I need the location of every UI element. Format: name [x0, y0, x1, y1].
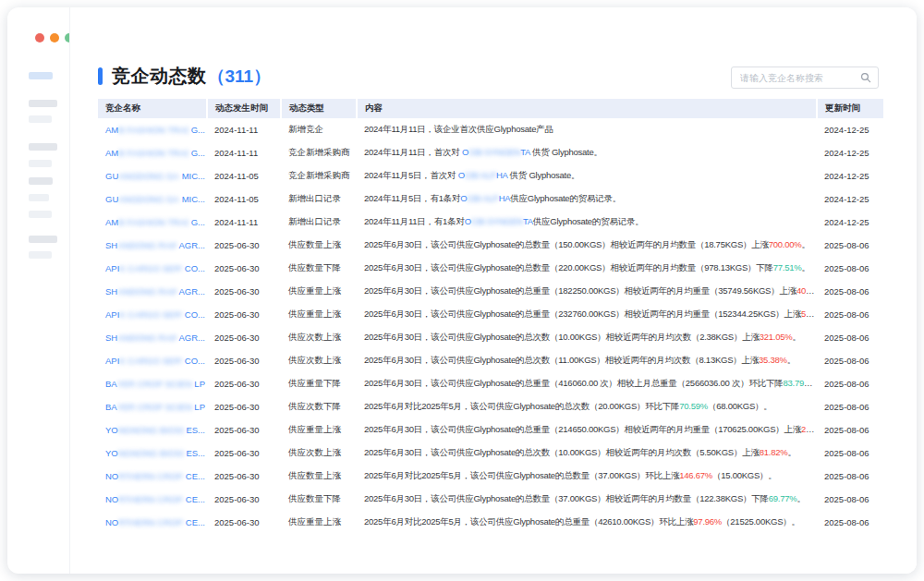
content-segment[interactable]: HA — [499, 193, 511, 203]
content-segment: 25.80% — [801, 424, 817, 434]
sidebar-item[interactable] — [29, 100, 57, 107]
page-header: 竞企动态数 （311） — [98, 64, 271, 89]
name-prefix: SH — [105, 240, 117, 250]
update-date-cell: 2025-08-06 — [817, 442, 883, 465]
name-blurred: ANGDONG GALANZ — [118, 194, 179, 204]
update-date-cell: 2025-08-06 — [817, 257, 883, 280]
sidebar-item[interactable] — [29, 211, 52, 218]
sidebar-item[interactable] — [29, 160, 52, 167]
name-blurred: B FASHION TRADING — [118, 125, 188, 135]
name-suffix: CO... — [182, 263, 205, 273]
company-name-cell: BAYER CROP SCIENCE LP — [98, 372, 207, 395]
company-name-cell: SHANDONG RAINBOW AGR... — [98, 280, 207, 303]
content-segment: 97.96% — [693, 516, 722, 527]
content-segment: 2025年6月30日，该公司供应Glyphosate的总数量（220.00KGS… — [364, 262, 773, 272]
content-segment: 2025年6月30日，该公司供应Glyphosate的总重量（214650.00… — [364, 424, 801, 434]
content-segment: 700.00% — [769, 239, 802, 249]
name-suffix: LP — [192, 379, 205, 389]
event-date-cell: 2025-06-30 — [207, 349, 281, 372]
title-accent-bar — [98, 67, 103, 85]
name-suffix: ES... — [184, 425, 205, 435]
company-name-link[interactable]: GUANGDONG GALANZ MIC... — [105, 171, 205, 181]
table-header-row: 竞企名称动态发生时间动态类型内容更新时间 — [98, 99, 883, 118]
name-prefix: AM — [105, 148, 118, 158]
event-date-cell: 2025-06-30 — [207, 395, 281, 418]
name-blurred: NGNONG BIOSCIEN — [118, 448, 184, 458]
content-segment[interactable]: CBI SYNGEN — [471, 216, 523, 226]
sidebar-item[interactable] — [29, 236, 57, 243]
company-name-link[interactable]: AMB FASHION TRADING G... — [105, 148, 205, 158]
name-suffix: AGR... — [176, 240, 205, 250]
event-type-cell: 供应重量上涨 — [281, 511, 357, 534]
content-cell: 2024年11月11日，有1条对OCBI SYNGENTA供应Glyphosat… — [357, 211, 817, 234]
sidebar-item[interactable] — [29, 177, 53, 185]
company-name-link[interactable]: NORTHERN CROP SCIEN CE... — [105, 494, 205, 504]
name-prefix: API — [105, 309, 119, 320]
company-name-link[interactable]: APIK CARGO SERVICE CO... — [105, 263, 205, 273]
content-segment[interactable]: TA — [523, 216, 533, 226]
name-prefix: YO — [105, 448, 118, 458]
company-name-link[interactable]: BAYER CROP SCIENCE LP — [105, 402, 205, 412]
company-name-link[interactable]: SHANDONG RAINBOW AGR... — [105, 240, 205, 250]
sidebar-item[interactable] — [29, 194, 49, 201]
content-segment[interactable]: TA — [520, 147, 529, 157]
name-blurred: NGNONG BIOSCIEN — [118, 425, 184, 435]
sidebar-item[interactable] — [29, 115, 52, 123]
company-name-link[interactable]: NORTHERN CROP SCIEN CE... — [105, 471, 205, 481]
company-name-link[interactable]: AMB FASHION TRADING G... — [105, 217, 205, 227]
name-blurred: RTHERN CROP SCIEN — [118, 517, 183, 527]
content-cell: 2025年6月30日，该公司供应Glyphosate的总重量（232760.00… — [357, 303, 817, 326]
company-name-link[interactable]: APIK CARGO SERVICE CO... — [105, 356, 205, 366]
content-segment[interactable]: CBI ALP — [467, 193, 498, 203]
company-name-link[interactable]: BAYER CROP SCIENCE LP — [105, 379, 205, 389]
content-segment: 2025年6月对比2025年5月，该公司供应Glyphosate的总次数（20.… — [364, 401, 679, 411]
company-name-link[interactable]: AMB FASHION TRADING G... — [105, 125, 205, 135]
name-blurred: B FASHION TRADING — [118, 217, 188, 227]
name-blurred: RTHERN CROP SCIEN — [118, 471, 183, 481]
content-segment: 。 — [787, 447, 796, 457]
company-name-link[interactable]: APIK CARGO SERVICE CO... — [105, 309, 205, 320]
table-row: SHANDONG RAINBOW AGR...2025-06-30供应次数上涨2… — [98, 326, 883, 349]
company-name-link[interactable]: GUANGDONG GALANZ MIC... — [105, 194, 205, 204]
content-segment: 2024年11月11日，该企业首次供应Glyphosate产品 — [364, 124, 553, 134]
update-date-cell: 2025-08-06 — [817, 465, 883, 488]
content-segment[interactable]: CBI SYNGEN — [468, 147, 520, 157]
company-name-link[interactable]: YONGNONG BIOSCIEN ES... — [105, 448, 205, 458]
company-name-cell: SHANDONG RAINBOW AGR... — [98, 326, 207, 349]
company-name-link[interactable]: SHANDONG RAINBOW AGR... — [105, 286, 205, 297]
content-segment: 83.79% — [783, 378, 812, 388]
table-row: APIK CARGO SERVICE CO...2025-06-30供应数量下降… — [98, 257, 883, 280]
event-date-cell: 2025-06-30 — [207, 280, 281, 303]
sidebar-item[interactable] — [29, 143, 57, 151]
company-name-link[interactable]: SHANDONG RAINBOW AGR... — [105, 333, 205, 343]
content-segment[interactable]: O — [465, 216, 471, 226]
sidebar-item[interactable] — [29, 251, 52, 259]
sidebar-item[interactable] — [29, 72, 53, 79]
content-segment[interactable]: HA — [496, 170, 507, 180]
event-date-cell: 2024-11-05 — [207, 164, 281, 188]
search-input[interactable] — [732, 73, 860, 83]
event-date-cell: 2025-06-30 — [207, 442, 281, 465]
company-name-cell: APIK CARGO SERVICE CO... — [98, 303, 207, 326]
content-segment: 2025年6月30日，该公司供应Glyphosate的总次数（11.00KGS）… — [364, 355, 759, 365]
content-segment: 。 — [802, 239, 810, 249]
table-body: AMB FASHION TRADING G...2024-11-11新增竞企20… — [98, 118, 883, 534]
company-name-cell: SHANDONG RAINBOW AGR... — [98, 234, 207, 257]
content-segment: 2024年11月11日，首次对 — [364, 147, 462, 157]
company-name-link[interactable]: YONGNONG BIOSCIEN ES... — [105, 425, 205, 435]
content-cell: 2024年11月11日，该企业首次供应Glyphosate产品 — [357, 118, 817, 141]
name-blurred: K CARGO SERVICE — [119, 356, 182, 366]
name-blurred: YER CROP SCIENCE — [117, 402, 192, 412]
event-date-cell: 2025-06-30 — [207, 488, 281, 511]
content-segment: 供应Glyphosate的贸易记录。 — [510, 193, 621, 203]
company-name-link[interactable]: NORTHERN CROP SCIEN CE... — [105, 517, 205, 527]
table-row: APIK CARGO SERVICE CO...2025-06-30供应重量上涨… — [98, 303, 883, 326]
update-date-cell: 2025-08-06 — [817, 511, 883, 534]
content-segment[interactable]: CBI ALP — [465, 170, 496, 180]
company-name-cell: APIK CARGO SERVICE CO... — [98, 257, 207, 280]
content-segment[interactable]: O — [458, 170, 465, 180]
name-suffix: AGR... — [176, 286, 205, 297]
name-prefix: NO — [105, 494, 118, 504]
company-name-cell: AMB FASHION TRADING G... — [98, 118, 207, 141]
event-date-cell: 2024-11-11 — [207, 141, 281, 164]
